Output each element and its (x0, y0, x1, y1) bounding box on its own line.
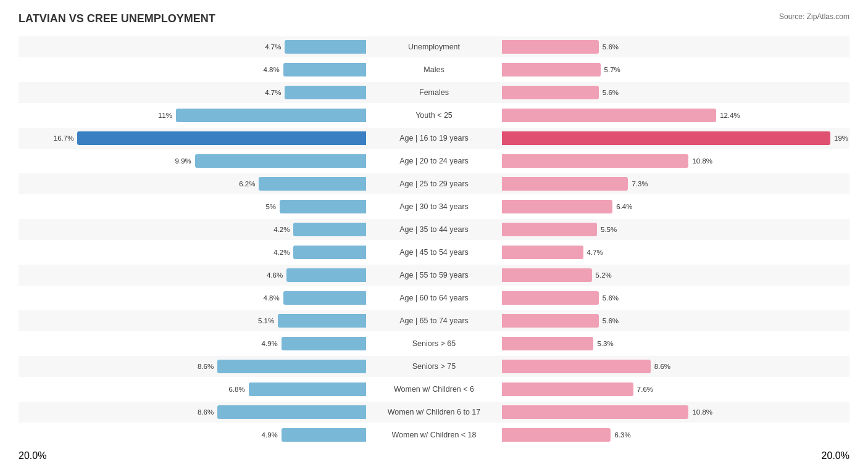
bar-right-wrapper: 10.8% (502, 154, 849, 168)
bar-left (293, 246, 366, 259)
axis-row: 20.0% 20.0% (19, 450, 849, 461)
bar-left-wrapper: 11% (19, 109, 366, 122)
bar-right (502, 63, 601, 76)
bar-label: Age | 25 to 29 years (366, 180, 502, 188)
cree-value: 5.6% (603, 317, 619, 324)
bar-left-wrapper: 4.2% (19, 246, 366, 259)
left-section: 8.6% (19, 402, 366, 423)
latvian-value: 4.7% (265, 89, 281, 96)
left-section: 4.9% (19, 333, 366, 354)
bar-label: Youth < 25 (366, 111, 502, 120)
bar-left (259, 177, 366, 191)
cree-value: 5.7% (604, 66, 620, 73)
bar-row: 4.2% Age | 45 to 54 years 4.7% (19, 242, 849, 263)
bar-left-wrapper: 4.8% (19, 291, 366, 305)
bar-row: 4.2% Age | 35 to 44 years 5.5% (19, 219, 849, 240)
latvian-value: 4.8% (263, 66, 279, 73)
bar-left-wrapper: 5% (19, 200, 366, 213)
bar-right (502, 154, 688, 168)
right-section: 12.4% (502, 105, 849, 126)
cree-value: 5.3% (597, 340, 613, 347)
cree-value: 5.2% (596, 271, 612, 279)
bar-right (502, 200, 612, 213)
latvian-value: 4.9% (262, 431, 278, 439)
bar-right-wrapper: 5.6% (502, 40, 849, 54)
bar-left-wrapper: 5.1% (19, 314, 366, 328)
latvian-value: 4.6% (267, 271, 283, 279)
bar-row: 8.6% Women w/ Children 6 to 17 10.8% (19, 402, 849, 423)
latvian-value: 16.7% (54, 134, 74, 142)
bar-left-wrapper: 16.7% (19, 131, 366, 145)
left-section: 11% (19, 105, 366, 126)
bar-left (285, 86, 366, 99)
right-section: 6.4% (502, 196, 849, 217)
bar-right (502, 109, 716, 122)
bar-left-wrapper: 9.9% (19, 154, 366, 168)
right-section: 4.7% (502, 242, 849, 263)
bar-right-wrapper: 7.6% (502, 382, 849, 396)
bar-left (77, 131, 366, 145)
bar-row: 4.6% Age | 55 to 59 years 5.2% (19, 265, 849, 286)
bar-right (502, 86, 599, 99)
bar-label: Females (366, 88, 502, 97)
bar-left (283, 291, 366, 305)
bar-right (502, 268, 592, 282)
bar-left (217, 360, 366, 373)
right-section: 6.3% (502, 424, 849, 445)
cree-value: 5.6% (603, 89, 619, 96)
bar-right (502, 291, 599, 305)
cree-value: 6.3% (614, 431, 630, 439)
bar-right-wrapper: 19% (502, 131, 849, 145)
right-section: 5.6% (502, 310, 849, 331)
bar-right-wrapper: 5.5% (502, 223, 849, 236)
bar-left (283, 63, 366, 76)
left-section: 6.8% (19, 379, 366, 400)
bar-left-wrapper: 4.7% (19, 40, 366, 54)
cree-value: 5.6% (603, 43, 619, 51)
bar-left-wrapper: 4.9% (19, 428, 366, 442)
latvian-value: 8.6% (198, 363, 214, 370)
bar-row: 4.9% Seniors > 65 5.3% (19, 333, 849, 354)
bar-row: 16.7% Age | 16 to 19 years 19% (19, 128, 849, 149)
bar-right-wrapper: 6.3% (502, 428, 849, 442)
bar-left-wrapper: 6.8% (19, 382, 366, 396)
latvian-value: 9.9% (175, 157, 191, 165)
bar-left (282, 337, 366, 350)
bar-label: Age | 20 to 24 years (366, 157, 502, 165)
right-section: 5.5% (502, 219, 849, 240)
right-section: 5.6% (502, 36, 849, 57)
axis-left: 20.0% (19, 450, 368, 461)
bar-left (176, 109, 366, 122)
bar-right (502, 246, 583, 259)
cree-value: 19% (834, 134, 848, 142)
bar-right-wrapper: 5.2% (502, 268, 849, 282)
bar-right (502, 131, 830, 145)
bar-right (502, 360, 651, 373)
bar-left-wrapper: 4.2% (19, 223, 366, 236)
axis-right-label: 20.0% (500, 450, 849, 461)
right-section: 10.8% (502, 402, 849, 423)
chart-area: 4.7% Unemployment 5.6% 4.8% Males (19, 36, 849, 445)
bar-row: 11% Youth < 25 12.4% (19, 105, 849, 126)
bar-right (502, 337, 593, 350)
right-section: 7.3% (502, 173, 849, 194)
bar-label: Women w/ Children < 18 (366, 431, 502, 439)
bar-left (286, 268, 366, 282)
bar-left-wrapper: 4.6% (19, 268, 366, 282)
bar-row: 5% Age | 30 to 34 years 6.4% (19, 196, 849, 217)
bar-right-wrapper: 5.6% (502, 86, 849, 99)
bar-row: 6.8% Women w/ Children < 6 7.6% (19, 379, 849, 400)
bar-right (502, 405, 688, 419)
bar-left-wrapper: 4.8% (19, 63, 366, 76)
cree-value: 5.6% (603, 294, 619, 302)
latvian-value: 8.6% (198, 408, 214, 416)
cree-value: 6.4% (616, 203, 632, 210)
right-section: 5.3% (502, 333, 849, 354)
bar-left-wrapper: 8.6% (19, 405, 366, 419)
latvian-value: 11% (158, 112, 172, 119)
bar-right-wrapper: 8.6% (502, 360, 849, 373)
bar-left (249, 382, 366, 396)
latvian-value: 4.2% (273, 226, 290, 233)
bar-right (502, 223, 597, 236)
bar-right-wrapper: 7.3% (502, 177, 849, 191)
